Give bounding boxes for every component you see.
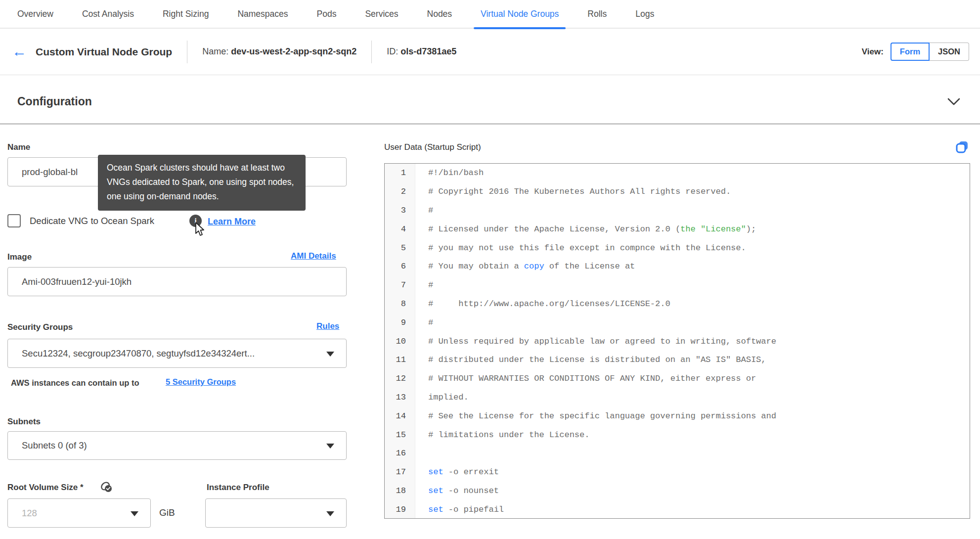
line-number-gutter: 12345678910111213141516171819 [385,164,415,518]
tab-logs[interactable]: Logs [635,0,654,28]
line-number: 4 [385,220,415,238]
line-number: 12 [385,369,415,388]
code-line: # you may not use this file except in co… [415,238,970,257]
divider [187,41,187,63]
line-number: 19 [385,500,415,519]
code-line: implied. [415,388,970,407]
caret-down-icon [326,444,334,449]
code-line: # You may obtain a copy of the License a… [415,257,970,276]
five-security-groups-link[interactable]: 5 Security Groups [166,377,236,387]
vng-name: Name: dev-us-west-2-app-sqn2-sqn2 [202,46,356,57]
line-number: 8 [385,295,415,314]
code-line: # [415,276,970,295]
line-number: 5 [385,238,415,257]
tab-cost-analysis[interactable]: Cost Analysis [82,0,134,28]
tab-right-sizing[interactable]: Right Sizing [163,0,209,28]
vng-id: ID: ols-d7381ae5 [387,46,456,57]
image-label: Image [7,252,32,262]
root-volume-size-select[interactable]: 128 [7,498,151,528]
dedicate-vng-checkbox[interactable] [7,214,21,227]
tab-pods[interactable]: Pods [317,0,337,28]
code-line: # [415,313,970,332]
line-number: 9 [385,313,415,332]
code-line: # [415,201,970,220]
dedicate-vng-label: Dedicate VNG to Ocean Spark [30,216,154,226]
tab-namespaces[interactable]: Namespaces [237,0,288,28]
instance-profile-select[interactable] [205,498,347,528]
image-input[interactable]: Ami-003fruuen12-yui-10jkh [7,267,347,296]
name-label: Name [7,142,30,152]
code-line: set -o pipefail [415,500,970,519]
code-line: # Unless required by applicable law or a… [415,332,970,351]
link-check-icon[interactable] [99,480,114,494]
rules-link[interactable]: Rules [316,321,339,331]
configuration-section-header: Configuration [0,75,980,125]
mouse-cursor-icon [194,222,206,237]
tab-overview[interactable]: Overview [17,0,53,28]
code-line: # Copyright 2016 The Kubernetes Authors … [415,182,970,201]
subnets-select[interactable]: Subnets 0 (of 3) [7,431,347,460]
security-groups-label: Security Groups [7,322,73,332]
top-nav: OverviewCost AnalysisRight SizingNamespa… [0,0,980,29]
view-json-button[interactable]: JSON [930,43,969,61]
line-number: 18 [385,482,415,500]
line-number: 3 [385,201,415,220]
line-number: 17 [385,463,415,482]
code-line: set -o errexit [415,463,970,482]
chevron-down-icon[interactable] [947,98,960,106]
line-number: 2 [385,182,415,201]
security-groups-select[interactable]: Secu12324, secgroup23470870, segtuyfsd12… [7,339,347,368]
tab-services[interactable]: Services [365,0,398,28]
line-number: 14 [385,406,415,425]
code-line: # http://www.apache.org/licenses/LICENSE… [415,295,970,314]
divider [371,41,372,63]
user-data-label: User Data (Startup Script) [384,142,481,152]
subnets-label: Subnets [7,417,41,427]
back-arrow-icon[interactable]: ← [12,45,29,59]
copy-icon[interactable] [954,139,970,155]
code-line: #!/bin/bash [415,164,970,182]
line-number: 11 [385,351,415,369]
code-line: # Licensed under the Apache License, Ver… [415,220,970,238]
ocean-spark-tooltip: Ocean Spark clusters should have at leas… [98,155,306,211]
gib-unit-label: GiB [159,507,175,518]
tab-rolls[interactable]: Rolls [587,0,607,28]
caret-down-icon [326,352,334,357]
view-label: View: [862,47,884,57]
tab-nodes[interactable]: Nodes [427,0,452,28]
code-line: # limitations under the License. [415,425,970,444]
root-volume-size-label: Root Volume Size * [7,483,84,493]
view-toggle: Form JSON [891,43,969,61]
code-line: # distributed under the License is distr… [415,351,970,369]
section-title: Configuration [17,95,92,108]
caret-down-icon [326,511,334,516]
line-number: 13 [385,388,415,407]
page-title: Custom Virtual Node Group [36,46,172,58]
line-number: 7 [385,276,415,295]
code-line: # See the License for the specific langu… [415,406,970,425]
security-groups-helper: AWS instances can contain up to [11,378,139,388]
code-line: set -o nounset [415,482,970,500]
learn-more-link[interactable]: Learn More [208,217,256,227]
line-number: 15 [385,425,415,444]
ami-details-link[interactable]: AMI Details [291,251,336,261]
view-form-button[interactable]: Form [891,43,930,61]
code-area[interactable]: #!/bin/bash# Copyright 2016 The Kubernet… [415,164,970,518]
line-number: 6 [385,257,415,276]
code-line [415,444,970,463]
code-line: # WITHOUT WARRANTIES OR CONDITIONS OF AN… [415,369,970,388]
line-number: 10 [385,332,415,351]
instance-profile-label: Instance Profile [207,483,269,493]
line-number: 16 [385,444,415,463]
page-header: ← Custom Virtual Node Group Name: dev-us… [0,29,980,75]
line-number: 1 [385,164,415,182]
tab-virtual-node-groups[interactable]: Virtual Node Groups [481,0,559,28]
user-data-code-editor[interactable]: 12345678910111213141516171819 #!/bin/bas… [384,163,970,519]
caret-down-icon [131,511,138,516]
